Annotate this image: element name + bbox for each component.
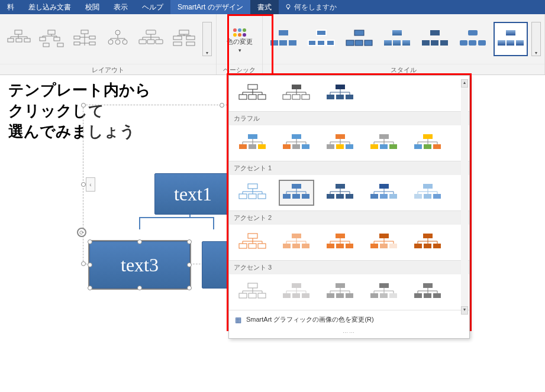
color-option[interactable]	[235, 279, 270, 305]
resize-handle[interactable]	[137, 239, 142, 244]
style-thumb[interactable]	[494, 22, 528, 56]
text-pane-toggle[interactable]: ‹	[86, 177, 95, 192]
svg-rect-81	[379, 134, 389, 139]
tab-format[interactable]: 書式	[250, 0, 279, 14]
svg-rect-35	[317, 40, 325, 46]
tab-help[interactable]: ヘルプ	[135, 0, 170, 14]
dropdown-footer-item[interactable]: ▦ SmartArt グラフィックの画像の色を変更(R)	[229, 310, 469, 329]
dropdown-resize-grip[interactable]: ⋯⋯	[229, 329, 469, 338]
smartart-node[interactable]: text1	[154, 173, 231, 215]
color-option[interactable]	[279, 130, 314, 156]
resize-handle[interactable]	[187, 263, 192, 267]
svg-rect-78	[327, 144, 334, 149]
svg-rect-76	[302, 144, 309, 149]
tab-mailings[interactable]: 差し込み文書	[21, 0, 78, 14]
styles-more-button[interactable]	[531, 22, 541, 56]
svg-rect-6	[48, 30, 55, 34]
resize-handle[interactable]	[88, 239, 92, 244]
color-option[interactable]	[323, 279, 358, 305]
color-option[interactable]	[366, 130, 402, 156]
color-option[interactable]	[323, 80, 358, 106]
svg-rect-129	[248, 283, 257, 288]
layout-thumb[interactable]	[103, 24, 133, 54]
resize-handle[interactable]	[81, 103, 86, 108]
svg-rect-26	[173, 42, 182, 46]
layouts-more-button[interactable]	[202, 22, 212, 56]
style-thumb[interactable]	[380, 22, 414, 56]
color-option[interactable]	[323, 130, 358, 156]
dropdown-scrollbar[interactable]: ▴ ▾	[461, 79, 468, 315]
svg-rect-100	[346, 194, 353, 199]
resize-handle[interactable]	[187, 286, 192, 290]
layout-thumb[interactable]	[70, 24, 99, 54]
rotate-handle[interactable]: ⟳	[77, 228, 86, 237]
color-option[interactable]	[279, 279, 314, 305]
svg-rect-31	[279, 40, 287, 46]
svg-rect-55	[507, 40, 514, 46]
resize-handle[interactable]	[88, 263, 92, 267]
smartart-node-selected[interactable]: ⟳ text3	[89, 241, 190, 289]
layout-thumb[interactable]	[4, 24, 33, 54]
tell-me-label: 何をしますか	[294, 2, 337, 12]
color-option[interactable]	[410, 130, 446, 156]
layout-thumb[interactable]	[37, 24, 66, 54]
style-thumb[interactable]	[266, 22, 301, 56]
chevron-down-icon: ▾	[238, 47, 241, 53]
color-option[interactable]	[410, 229, 446, 255]
style-thumb[interactable]	[304, 22, 338, 56]
svg-rect-56	[516, 40, 524, 46]
resize-handle[interactable]	[137, 286, 142, 290]
tab-fragment[interactable]: 料	[0, 0, 21, 14]
svg-rect-67	[336, 95, 344, 99]
svg-point-18	[115, 40, 120, 44]
color-change-button[interactable]: 色の変更 ▾	[219, 15, 260, 63]
ribbon-group-color: 色の変更 ▾ ベーシック	[217, 14, 263, 74]
color-option[interactable]	[279, 229, 314, 255]
ribbon: レイアウト 色の変更 ▾ ベーシック スタイル	[0, 14, 545, 75]
resize-handle[interactable]	[88, 286, 92, 290]
tab-smartart-design[interactable]: SmartArt のデザイン	[170, 0, 250, 14]
svg-rect-79	[336, 144, 344, 149]
layout-thumb[interactable]	[169, 24, 199, 54]
color-option[interactable]	[235, 80, 270, 106]
color-option[interactable]	[410, 180, 446, 206]
smartart-node[interactable]	[202, 241, 231, 289]
color-option[interactable]	[323, 229, 358, 255]
color-option[interactable]	[235, 229, 270, 255]
ribbon-group-label: スタイル	[263, 64, 544, 74]
resize-handle[interactable]	[81, 182, 86, 187]
resize-handle[interactable]	[81, 261, 86, 266]
color-option[interactable]	[366, 229, 402, 255]
color-option-selected[interactable]	[279, 180, 314, 206]
svg-rect-92	[258, 194, 266, 199]
tab-view[interactable]: 表示	[107, 0, 135, 14]
tab-review[interactable]: 校閲	[78, 0, 107, 14]
color-option[interactable]	[235, 130, 270, 156]
svg-rect-135	[292, 293, 300, 298]
style-thumb[interactable]	[342, 22, 376, 56]
resize-handle[interactable]	[187, 239, 192, 244]
color-option[interactable]	[410, 279, 446, 305]
tell-me-search[interactable]: 何をしますか	[279, 0, 343, 14]
svg-rect-125	[423, 234, 433, 238]
color-option[interactable]	[235, 180, 270, 206]
style-thumb[interactable]	[418, 22, 452, 56]
scrollbar-down-arrow[interactable]: ▾	[461, 306, 468, 315]
svg-rect-72	[258, 144, 266, 149]
resize-handle[interactable]	[220, 103, 224, 108]
scrollbar-track[interactable]	[461, 88, 468, 306]
svg-rect-71	[249, 144, 256, 149]
color-option[interactable]	[366, 279, 402, 305]
scrollbar-up-arrow[interactable]: ▴	[461, 79, 468, 88]
color-option[interactable]	[366, 180, 402, 206]
svg-rect-119	[336, 244, 344, 248]
svg-rect-3	[8, 38, 14, 42]
color-option[interactable]	[279, 80, 314, 106]
svg-rect-117	[336, 234, 345, 238]
style-thumb[interactable]	[456, 22, 490, 56]
svg-rect-22	[147, 40, 154, 44]
color-option[interactable]	[323, 180, 358, 206]
svg-rect-50	[460, 40, 467, 46]
layout-thumb[interactable]	[136, 24, 166, 54]
svg-rect-74	[283, 144, 291, 149]
